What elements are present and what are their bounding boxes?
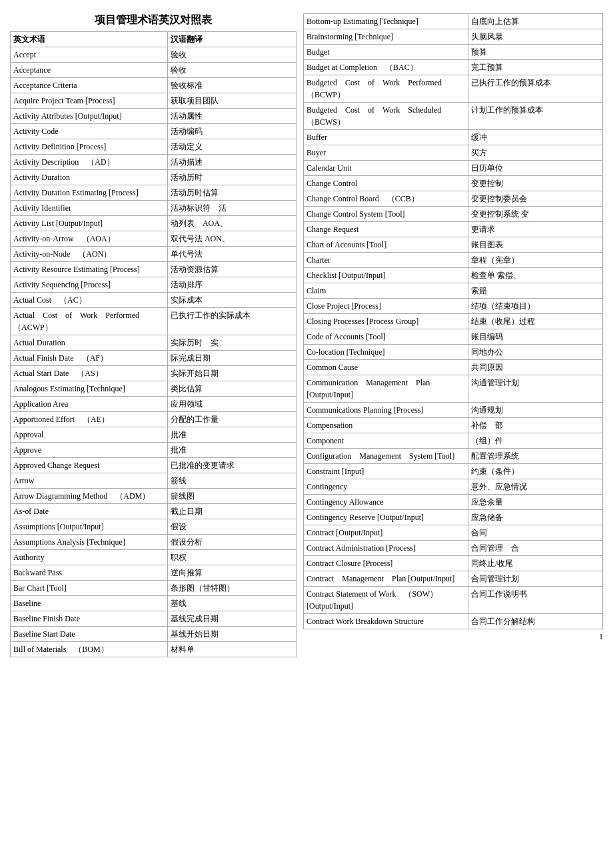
cell-zh: 沟通管理计划 bbox=[468, 375, 602, 403]
cell-en: Actual Finish Date （AF） bbox=[11, 351, 168, 366]
cell-zh: 验收标准 bbox=[167, 78, 296, 93]
cell-zh: 索赔 bbox=[468, 283, 602, 299]
cell-en: Baseline Start Date bbox=[11, 627, 168, 642]
table-row: Budgeted Cost of Work Performed（BCWP）已执行… bbox=[304, 75, 603, 103]
cell-en: Budgeted Cost of Work Scheduled（BCWS） bbox=[304, 103, 468, 130]
table-row: As-of Date截止日期 bbox=[11, 504, 297, 519]
cell-en: Common Cause bbox=[304, 360, 468, 375]
table-row: Accept验收 bbox=[11, 47, 297, 63]
cell-en: Activity List [Output/Input] bbox=[11, 216, 168, 231]
cell-zh: 已批准的变更请求 bbox=[167, 458, 296, 473]
table-row: Baseline基线 bbox=[11, 596, 297, 611]
table-row: Code of Accounts [Tool]账目编码 bbox=[304, 329, 603, 345]
cell-en: Analogous Estimating [Technique] bbox=[11, 381, 168, 397]
cell-zh: 批准 bbox=[167, 427, 296, 443]
cell-en: Code of Accounts [Tool] bbox=[304, 329, 468, 345]
cell-zh: 活动排序 bbox=[167, 277, 296, 293]
cell-zh: 活动定义 bbox=[167, 139, 296, 155]
cell-zh: 变更控制系统 变 bbox=[468, 207, 602, 222]
cell-zh: 缓冲 bbox=[468, 130, 602, 145]
cell-zh: 际完成日期 bbox=[167, 351, 296, 366]
cell-en: Contingency bbox=[304, 479, 468, 495]
table-row: Bottom-up Estimating [Technique]自底向上估算 bbox=[304, 14, 603, 29]
cell-zh: 合同 bbox=[468, 525, 602, 541]
cell-en: Configuration Management System [Tool] bbox=[304, 449, 468, 464]
cell-zh: 补偿 部 bbox=[468, 418, 602, 433]
cell-en: Activity-on-Arrow （AOA） bbox=[11, 231, 168, 247]
cell-en: Application Area bbox=[11, 397, 168, 412]
table-row: Compensation补偿 部 bbox=[304, 418, 603, 433]
cell-zh: 实际历时 实 bbox=[167, 335, 296, 351]
cell-zh: 双代号法 AON、 bbox=[167, 231, 296, 247]
cell-en: Budget at Completion （BAC） bbox=[304, 60, 468, 75]
cell-en: Brainstorming [Technique] bbox=[304, 29, 468, 45]
cell-zh: 合同工作分解结构 bbox=[468, 614, 602, 629]
cell-zh: 箭线图 bbox=[167, 489, 296, 504]
cell-en: Closing Processes [Process Group] bbox=[304, 314, 468, 329]
table-row: Acceptance Criteria验收标准 bbox=[11, 78, 297, 93]
table-row: Activity-on-Arrow （AOA）双代号法 AON、 bbox=[11, 231, 297, 247]
cell-zh: 合同工作说明书 bbox=[468, 587, 602, 614]
cell-en: Claim bbox=[304, 283, 468, 299]
cell-en: Apportioned Effort （AE） bbox=[11, 412, 168, 427]
table-row: Actual Duration实际历时 实 bbox=[11, 335, 297, 351]
cell-zh: 账目图表 bbox=[468, 237, 602, 253]
table-row: Activity Attributes [Output/Input]活动属性 bbox=[11, 109, 297, 124]
cell-en: Acquire Project Team [Process] bbox=[11, 93, 168, 109]
cell-en: Actual Start Date （AS） bbox=[11, 366, 168, 381]
cell-en: Assumptions Analysis [Technique] bbox=[11, 535, 168, 550]
cell-zh: 完工预算 bbox=[468, 60, 602, 75]
table-row: Activity Description （AD）活动描述 bbox=[11, 155, 297, 170]
table-row: Communications Planning [Process]沟通规划 bbox=[304, 403, 603, 418]
cell-en: Activity Definition [Process] bbox=[11, 139, 168, 155]
cell-en: Chart of Accounts [Tool] bbox=[304, 237, 468, 253]
table-row: Buyer买方 bbox=[304, 145, 603, 161]
table-row: Close Project [Process]结项（结束项目） bbox=[304, 299, 603, 314]
cell-en: Arrow Diagramming Method （ADM） bbox=[11, 489, 168, 504]
table-row: Analogous Estimating [Technique]类比估算 bbox=[11, 381, 297, 397]
cell-zh: 活动编码 bbox=[167, 124, 296, 139]
table-row: Brainstorming [Technique]头脑风暴 bbox=[304, 29, 603, 45]
cell-en: Change Control System [Tool] bbox=[304, 207, 468, 222]
cell-zh: （组）件 bbox=[468, 433, 602, 449]
cell-en: Budget bbox=[304, 45, 468, 60]
cell-zh: 单代号法 bbox=[167, 247, 296, 262]
cell-en: Baseline Finish Date bbox=[11, 611, 168, 627]
cell-en: Backward Pass bbox=[11, 565, 168, 581]
cell-en: Charter bbox=[304, 253, 468, 268]
cell-en: Constraint [Input] bbox=[304, 464, 468, 479]
table-row: Bar Chart [Tool]条形图（甘特图） bbox=[11, 581, 297, 596]
cell-zh: 动列表 AOA、 bbox=[167, 216, 296, 231]
cell-en: Activity Duration Estimating [Process] bbox=[11, 185, 168, 201]
table-row: Arrow箭线 bbox=[11, 473, 297, 489]
cell-zh: 基线开始日期 bbox=[167, 627, 296, 642]
table-row: Claim索赔 bbox=[304, 283, 603, 299]
cell-en: Calendar Unit bbox=[304, 161, 468, 176]
cell-en: Contingency Reserve [Output/Input] bbox=[304, 510, 468, 525]
table-row: Activity List [Output/Input]动列表 AOA、 bbox=[11, 216, 297, 231]
cell-zh: 结束（收尾）过程 bbox=[468, 314, 602, 329]
cell-en: As-of Date bbox=[11, 504, 168, 519]
cell-en: Checklist [Output/Input] bbox=[304, 268, 468, 283]
table-row: Contingency Allowance应急余量 bbox=[304, 495, 603, 510]
right-table: Bottom-up Estimating [Technique]自底向上估算Br… bbox=[303, 13, 603, 629]
cell-en: Acceptance bbox=[11, 63, 168, 78]
cell-zh: 共同原因 bbox=[468, 360, 602, 375]
table-row: Actual Cost of Work Performed（ACWP）已执行工作… bbox=[11, 308, 297, 335]
cell-zh: 账目编码 bbox=[468, 329, 602, 345]
cell-zh: 假设分析 bbox=[167, 535, 296, 550]
cell-en: Actual Cost （AC） bbox=[11, 293, 168, 308]
cell-zh: 已执行工作的实际成本 bbox=[167, 308, 296, 335]
cell-zh: 活动资源估算 bbox=[167, 262, 296, 277]
cell-en: Approval bbox=[11, 427, 168, 443]
cell-zh: 分配的工作量 bbox=[167, 412, 296, 427]
cell-en: Contract Administration [Process] bbox=[304, 541, 468, 556]
table-row: Budget at Completion （BAC）完工预算 bbox=[304, 60, 603, 75]
table-row: Baseline Start Date基线开始日期 bbox=[11, 627, 297, 642]
cell-zh: 同地办公 bbox=[468, 345, 602, 360]
cell-zh: 检查单 索偿、 bbox=[468, 268, 602, 283]
table-row: Backward Pass逆向推算 bbox=[11, 565, 297, 581]
table-row: Activity Sequencing [Process]活动排序 bbox=[11, 277, 297, 293]
cell-en: Actual Duration bbox=[11, 335, 168, 351]
table-row: Contingency意外、应急情况 bbox=[304, 479, 603, 495]
